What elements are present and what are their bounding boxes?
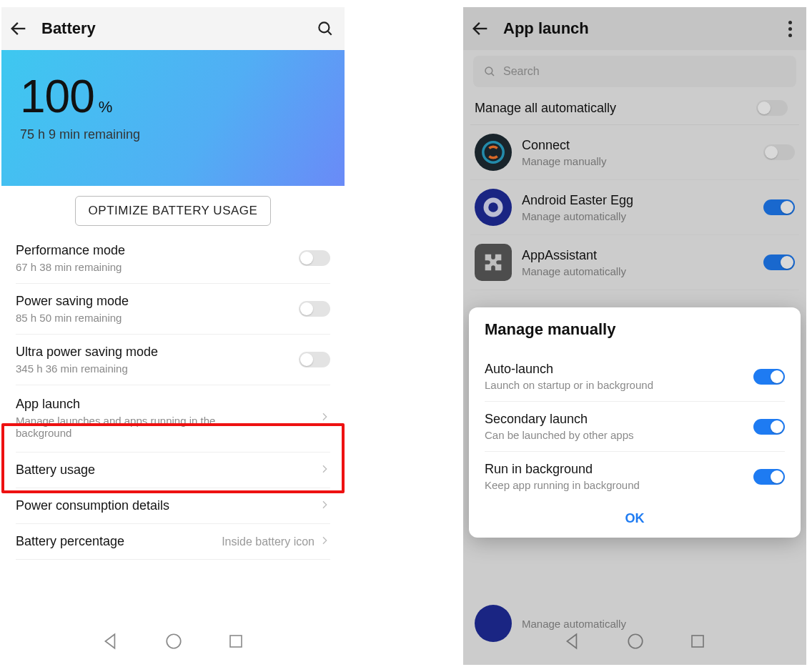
system-nav-bar xyxy=(1,622,345,661)
svg-point-1 xyxy=(167,634,181,648)
mode-label: Ultra power saving mode xyxy=(16,345,299,360)
back-icon[interactable] xyxy=(470,19,490,39)
chevron-right-icon xyxy=(319,463,330,478)
dialog-option[interactable]: Run in background Keep app running in ba… xyxy=(485,452,785,501)
search-icon[interactable] xyxy=(316,19,335,38)
chevron-right-icon xyxy=(319,535,330,549)
dialog-ok-button[interactable]: OK xyxy=(485,501,785,533)
app-sub: Manage automatically xyxy=(522,210,763,222)
battery-screen: Battery 100% 75 h 9 min remaining OPTIMI… xyxy=(1,7,345,665)
mode-row[interactable]: Ultra power saving mode 345 h 36 min rem… xyxy=(16,335,330,385)
app-name: Connect xyxy=(522,138,763,153)
svg-rect-8 xyxy=(692,636,703,647)
nav-back-icon[interactable] xyxy=(102,632,120,651)
nav-back-icon[interactable] xyxy=(563,632,582,651)
manage-all-row[interactable]: Manage all automatically xyxy=(470,92,799,125)
option-toggle[interactable] xyxy=(753,419,785,435)
manage-manually-dialog: Manage manually Auto-launch Launch on st… xyxy=(469,307,801,538)
option-sub: Keep app running in background xyxy=(485,479,753,491)
svg-point-4 xyxy=(483,142,503,162)
mode-toggle[interactable] xyxy=(299,250,330,266)
app-name: Android Easter Egg xyxy=(522,193,763,208)
link-row[interactable]: Battery usage xyxy=(16,453,330,488)
app-icon xyxy=(475,189,512,226)
dialog-option[interactable]: Auto-launch Launch on startup or in back… xyxy=(485,352,785,402)
option-toggle[interactable] xyxy=(753,469,785,485)
option-sub: Launch on startup or in background xyxy=(485,379,753,391)
mode-label: Performance mode xyxy=(16,243,299,258)
optimize-button[interactable]: OPTIMIZE BATTERY USAGE xyxy=(75,196,272,226)
app-row[interactable]: AppAssistant Manage automatically xyxy=(470,235,799,290)
link-row[interactable]: Power consumption details xyxy=(16,488,330,524)
page-title: App launch xyxy=(503,19,589,38)
option-toggle[interactable] xyxy=(753,369,785,385)
mode-label: Power saving mode xyxy=(16,294,299,309)
svg-rect-2 xyxy=(230,636,242,647)
chevron-right-icon xyxy=(319,411,330,425)
app-toggle[interactable] xyxy=(763,144,795,160)
nav-home-icon[interactable] xyxy=(626,632,645,651)
app-icon xyxy=(475,244,512,281)
back-icon[interactable] xyxy=(9,19,29,39)
app-launch-row[interactable]: App launch Manage launches and apps runn… xyxy=(16,385,330,453)
header: Battery xyxy=(1,7,345,50)
app-icon xyxy=(475,134,512,171)
option-name: Secondary launch xyxy=(485,412,753,427)
header: App launch xyxy=(463,7,806,50)
mode-row[interactable]: Performance mode 67 h 38 min remaining xyxy=(16,233,330,284)
mode-sub: 85 h 50 min remaining xyxy=(16,312,299,324)
mode-toggle[interactable] xyxy=(299,352,330,367)
battery-percentage-row[interactable]: Battery percentage Inside battery icon xyxy=(16,524,330,560)
more-icon[interactable] xyxy=(784,18,796,40)
manage-all-toggle[interactable] xyxy=(756,100,788,116)
app-launch-sub: Manage launches and apps running in the … xyxy=(16,415,273,439)
app-launch-screen: App launch Search Manage all automatical… xyxy=(463,7,806,665)
app-row[interactable]: Android Easter Egg Manage automatically xyxy=(470,180,799,235)
app-toggle[interactable] xyxy=(763,199,795,215)
mode-sub: 67 h 38 min remaining xyxy=(16,261,299,273)
mode-sub: 345 h 36 min remaining xyxy=(16,362,299,375)
app-sub: Manage manually xyxy=(522,155,763,167)
app-toggle[interactable] xyxy=(763,255,795,270)
dialog-option[interactable]: Secondary launch Can be launched by othe… xyxy=(485,402,785,452)
page-title: Battery xyxy=(41,19,96,38)
search-placeholder: Search xyxy=(503,65,540,78)
app-sub: Manage automatically xyxy=(522,265,763,277)
mode-row[interactable]: Power saving mode 85 h 50 min remaining xyxy=(16,284,330,335)
nav-home-icon[interactable] xyxy=(164,632,183,651)
nav-recent-icon[interactable] xyxy=(227,633,244,650)
svg-point-0 xyxy=(319,22,329,32)
svg-point-6 xyxy=(488,202,498,212)
chevron-right-icon xyxy=(319,499,330,513)
app-launch-label: App launch xyxy=(16,397,319,412)
option-name: Auto-launch xyxy=(485,362,753,377)
nav-recent-icon[interactable] xyxy=(689,633,706,650)
option-sub: Can be launched by other apps xyxy=(485,429,753,441)
dialog-title: Manage manually xyxy=(485,320,785,339)
battery-hero[interactable]: 100% 75 h 9 min remaining xyxy=(1,50,345,186)
app-row[interactable]: Connect Manage manually xyxy=(470,125,799,180)
battery-remaining: 75 h 9 min remaining xyxy=(20,127,326,142)
search-input[interactable]: Search xyxy=(473,56,796,87)
svg-point-3 xyxy=(485,67,492,74)
battery-percentage-value: Inside battery icon xyxy=(222,535,315,548)
system-nav-bar xyxy=(463,622,806,661)
svg-point-7 xyxy=(628,634,643,648)
option-name: Run in background xyxy=(485,462,753,477)
battery-percent: 100% xyxy=(20,70,112,123)
mode-toggle[interactable] xyxy=(299,301,330,317)
app-name: AppAssistant xyxy=(522,248,763,263)
